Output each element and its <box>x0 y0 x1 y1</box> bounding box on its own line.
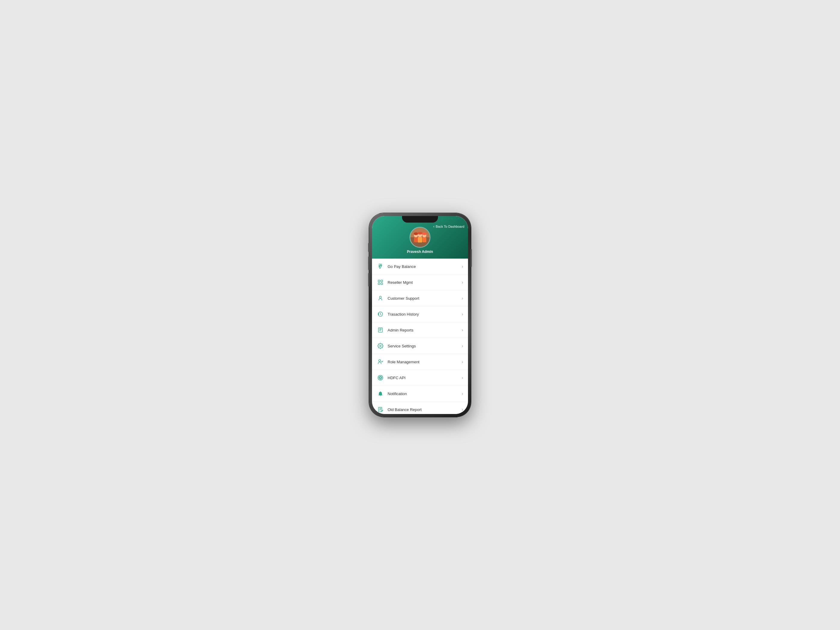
chevron-icon: › <box>462 264 463 269</box>
svg-point-18 <box>379 360 381 362</box>
menu-item-go-pay-balance[interactable]: Go Pay Balance › <box>372 259 468 275</box>
menu-item-service-settings[interactable]: Service Settings › <box>372 338 468 354</box>
customer-support-label: Customer Support <box>388 296 458 301</box>
svg-point-9 <box>418 232 422 235</box>
rupee-icon <box>377 263 384 270</box>
menu-item-notification[interactable]: Notification › <box>372 386 468 402</box>
menu-item-transaction-history[interactable]: Trasaction History › <box>372 306 468 322</box>
reseller-mgmt-label: Reseller Mgmt <box>388 280 458 285</box>
chevron-icon: › <box>462 359 463 364</box>
svg-rect-16 <box>378 328 382 332</box>
svg-rect-14 <box>381 283 383 285</box>
bell-icon <box>377 390 384 397</box>
svg-rect-3 <box>414 237 418 242</box>
chevron-icon: › <box>462 344 463 348</box>
phone-screen: 01 10 11 00 10 11 01 00 11 10 01 10 00 1… <box>372 216 468 414</box>
svg-rect-5 <box>418 237 422 242</box>
svg-rect-11 <box>378 280 380 282</box>
go-pay-balance-label: Go Pay Balance <box>388 264 458 269</box>
old-balance-report-label: Old Balance Report <box>388 407 458 412</box>
svg-point-15 <box>379 296 382 298</box>
chevron-icon: › <box>462 312 463 316</box>
menu-list: Go Pay Balance › Reseller Mgmt › <box>372 259 468 414</box>
history-icon <box>377 311 384 318</box>
chevron-icon: › <box>462 375 463 380</box>
svg-point-8 <box>414 232 418 235</box>
menu-item-customer-support[interactable]: Customer Support › <box>372 291 468 306</box>
menu-item-old-balance-report[interactable]: Old Balance Report › <box>372 402 468 414</box>
notch <box>402 216 438 223</box>
transaction-history-label: Trasaction History <box>388 312 458 316</box>
service-settings-label: Service Settings <box>388 344 458 348</box>
chevron-icon: › <box>462 391 463 396</box>
menu-item-hdfc-api[interactable]: HDFC API › <box>372 370 468 386</box>
chevron-icon: › <box>462 328 463 332</box>
role-management-label: Role Management <box>388 360 458 364</box>
avatar-svg <box>411 227 429 248</box>
role-icon <box>377 358 384 365</box>
menu-item-admin-reports[interactable]: Admin Reports › <box>372 322 468 338</box>
svg-rect-7 <box>422 237 426 242</box>
admin-reports-label: Admin Reports <box>388 328 458 332</box>
chevron-icon: › <box>462 296 463 301</box>
chevron-icon: › <box>462 407 463 412</box>
volume-down-button <box>368 273 369 286</box>
avatar-image <box>411 228 429 247</box>
screen-content: 01 10 11 00 10 11 01 00 11 10 01 10 00 1… <box>372 216 468 414</box>
power-button <box>471 249 472 267</box>
back-navigation[interactable]: ‹ Back To Dashboard <box>433 224 464 229</box>
menu-item-role-management[interactable]: Role Management › <box>372 354 468 370</box>
menu-item-reseller-mgmt[interactable]: Reseller Mgmt › <box>372 275 468 291</box>
svg-rect-13 <box>378 283 380 285</box>
user-icon <box>377 295 384 302</box>
back-chevron-icon: ‹ <box>433 224 434 229</box>
back-label: Back To Dashboard <box>436 225 464 228</box>
phone-frame: 01 10 11 00 10 11 01 00 11 10 01 10 00 1… <box>369 213 471 417</box>
report-icon <box>377 327 384 333</box>
grid-icon <box>377 279 384 286</box>
api-icon <box>377 374 384 381</box>
svg-rect-12 <box>381 280 383 282</box>
old-report-icon <box>377 406 384 413</box>
silent-switch <box>368 243 369 252</box>
svg-point-10 <box>422 232 426 235</box>
volume-up-button <box>368 256 369 270</box>
svg-point-17 <box>380 345 381 347</box>
svg-point-19 <box>380 377 381 379</box>
settings-icon <box>377 342 384 349</box>
avatar <box>409 227 431 248</box>
user-name: Pravesh Admin <box>407 249 433 254</box>
chevron-icon: › <box>462 280 463 285</box>
notification-label: Notification <box>388 392 458 396</box>
hdfc-api-label: HDFC API <box>388 376 458 380</box>
